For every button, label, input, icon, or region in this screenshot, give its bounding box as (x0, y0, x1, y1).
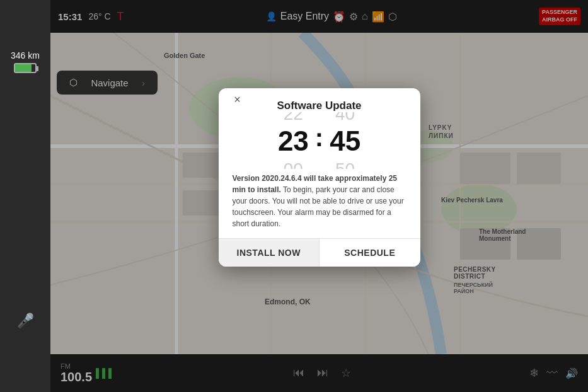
modal-actions: INSTALL NOW SCHEDULE (219, 238, 420, 267)
modal-close-button[interactable]: × (229, 91, 246, 109)
battery-info: 346 km (11, 50, 40, 73)
hour-above: 22 (284, 112, 303, 127)
install-now-button[interactable]: INSTALL NOW (219, 239, 320, 267)
battery-km: 346 km (11, 50, 40, 61)
modal-overlay: × Software Update 22 23 00 : 40 45 50 Ve… (50, 0, 588, 392)
minute-below: 50 (335, 157, 355, 169)
main-screen: 15:31 26° C T 👤 Easy Entry ⏰ ⚙ ⌂ 📶 ⬡ PAS… (50, 0, 588, 392)
modal-title: Software Update (277, 100, 361, 112)
software-update-modal: × Software Update 22 23 00 : 40 45 50 Ve… (219, 88, 420, 267)
time-picker[interactable]: 22 23 00 : 40 45 50 (219, 112, 420, 169)
time-colon: : (315, 124, 323, 159)
hour-scroll[interactable]: 22 23 00 (278, 112, 309, 169)
hour-selected: 23 (278, 126, 309, 156)
minute-above: 40 (335, 112, 355, 127)
mic-icon[interactable]: 🎤 (17, 313, 34, 329)
hour-below: 00 (284, 157, 303, 169)
schedule-button[interactable]: SCHEDULE (320, 239, 420, 267)
left-panel: 346 km 🎤 (0, 0, 50, 392)
minute-scroll[interactable]: 40 45 50 (330, 112, 360, 169)
modal-header: × Software Update (219, 88, 420, 112)
modal-description: Version 2020.24.6.4 will take approximat… (219, 169, 420, 238)
minute-selected: 45 (330, 126, 360, 156)
battery-bar (14, 63, 37, 73)
battery-fill (15, 64, 32, 72)
